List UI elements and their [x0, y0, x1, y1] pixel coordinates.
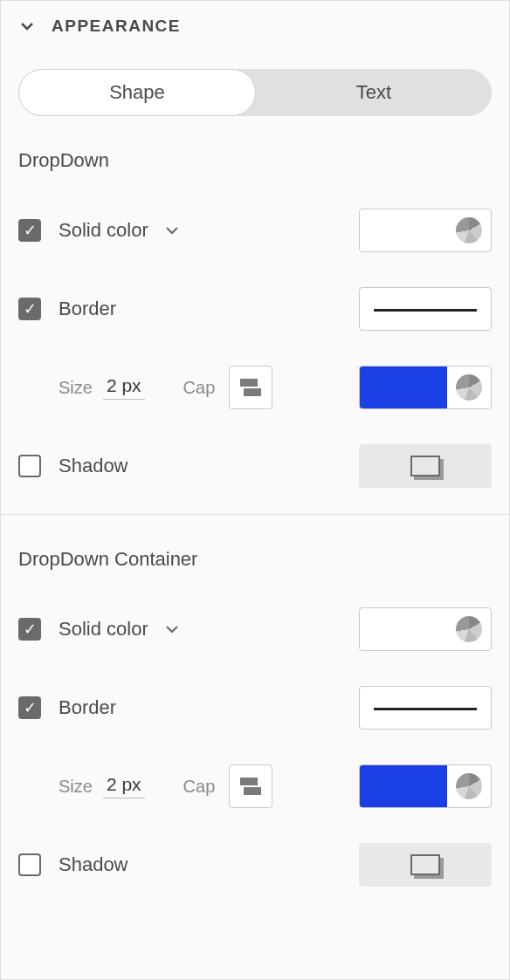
- color-wheel-icon: [456, 616, 482, 642]
- color-wheel-icon: [456, 217, 482, 243]
- appearance-tabs: Shape Text: [18, 69, 492, 116]
- solid-color-swatch[interactable]: [359, 209, 492, 252]
- size-label: Size: [59, 777, 93, 797]
- border-color-fill: [360, 765, 447, 807]
- solid-color-checkbox[interactable]: ✓: [18, 219, 41, 242]
- border-checkbox[interactable]: ✓: [18, 696, 41, 719]
- border-color-fill: [360, 367, 447, 408]
- cap-icon: [240, 778, 261, 795]
- shadow-swatch[interactable]: [359, 843, 492, 887]
- border-color-swatch[interactable]: [359, 764, 492, 808]
- check-icon: ✓: [24, 301, 37, 317]
- color-wheel-icon: [456, 773, 482, 799]
- shadow-checkbox[interactable]: [18, 455, 41, 477]
- shadow-swatch[interactable]: [359, 444, 492, 488]
- size-input[interactable]: 2 px: [103, 375, 145, 400]
- panel-title: APPEARANCE: [52, 17, 181, 36]
- section-container-title: DropDown Container: [18, 548, 492, 571]
- border-label: Border: [59, 298, 116, 320]
- shadow-checkbox[interactable]: [18, 853, 41, 876]
- check-icon: ✓: [24, 223, 37, 238]
- section-dropdown-container: DropDown Container ✓ Solid color ✓ Borde…: [1, 514, 509, 913]
- line-preview-icon: [374, 309, 477, 312]
- tab-shape-label: Shape: [109, 81, 165, 104]
- border-color-swatch[interactable]: [359, 366, 492, 409]
- tab-text-label: Text: [356, 81, 391, 104]
- section-dropdown-title: DropDown: [18, 149, 492, 172]
- solid-color-checkbox[interactable]: ✓: [18, 618, 41, 641]
- color-wheel-icon: [456, 374, 482, 401]
- check-icon: ✓: [24, 700, 37, 716]
- line-preview-icon: [374, 708, 477, 710]
- cap-button[interactable]: [229, 366, 272, 409]
- border-checkbox[interactable]: ✓: [18, 298, 41, 320]
- cap-label: Cap: [183, 378, 216, 398]
- size-input[interactable]: 2 px: [103, 774, 145, 798]
- cap-button[interactable]: [229, 764, 272, 808]
- tab-text[interactable]: Text: [256, 69, 492, 116]
- size-label: Size: [59, 378, 93, 398]
- solid-color-label: Solid color: [59, 219, 148, 242]
- border-style-swatch[interactable]: [359, 686, 492, 730]
- shadow-label: Shadow: [59, 853, 128, 876]
- chevron-down-icon[interactable]: [164, 621, 180, 637]
- section-dropdown: DropDown ✓ Solid color ✓ Border: [1, 116, 509, 514]
- tab-shape[interactable]: Shape: [18, 69, 256, 116]
- border-style-swatch[interactable]: [359, 287, 492, 331]
- cap-label: Cap: [183, 777, 216, 797]
- solid-color-label: Solid color: [59, 618, 148, 641]
- chevron-down-icon[interactable]: [164, 223, 180, 238]
- check-icon: ✓: [24, 621, 37, 637]
- cap-icon: [240, 379, 261, 396]
- shadow-icon: [410, 456, 440, 476]
- shadow-label: Shadow: [59, 455, 128, 477]
- shadow-icon: [410, 854, 440, 875]
- collapse-chevron-icon[interactable]: [18, 17, 36, 35]
- border-label: Border: [59, 696, 116, 719]
- solid-color-swatch[interactable]: [359, 607, 492, 651]
